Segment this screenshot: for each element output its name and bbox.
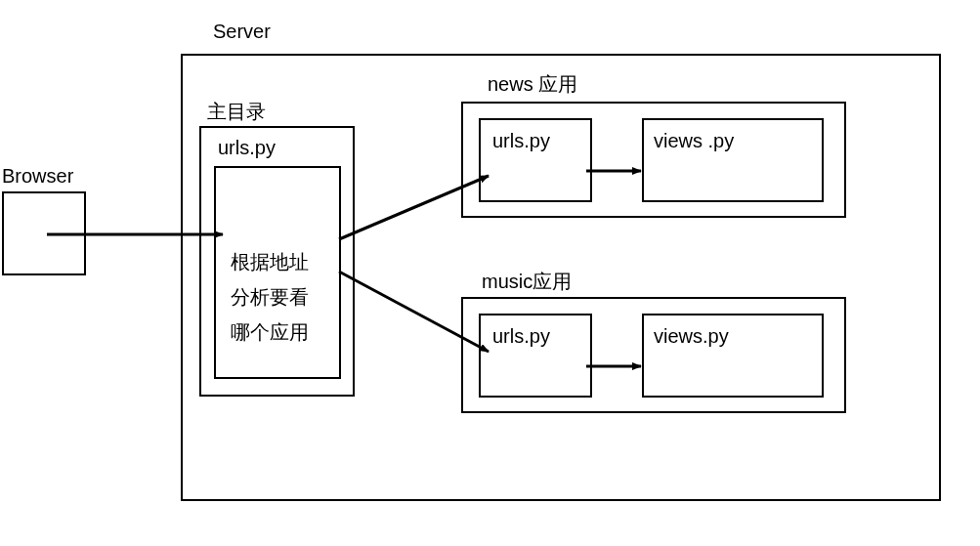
routing-text: 根据地址 分析要看 哪个应用 [231,244,338,350]
news-app-label: news 应用 [488,71,577,98]
browser-label: Browser [2,165,73,188]
music-urls-label: urls.py [492,325,550,348]
server-label: Server [213,21,271,43]
music-app-label: music应用 [482,269,572,295]
news-views-label: views .py [654,130,734,152]
routing-line2: 分析要看 [231,279,338,315]
main-urls-label: urls.py [218,137,276,159]
routing-line3: 哪个应用 [231,315,338,350]
music-views-label: views.py [654,325,729,348]
browser-box [2,191,86,275]
main-dir-label: 主目录 [207,99,266,125]
routing-line1: 根据地址 [231,244,338,279]
news-urls-label: urls.py [492,130,550,152]
